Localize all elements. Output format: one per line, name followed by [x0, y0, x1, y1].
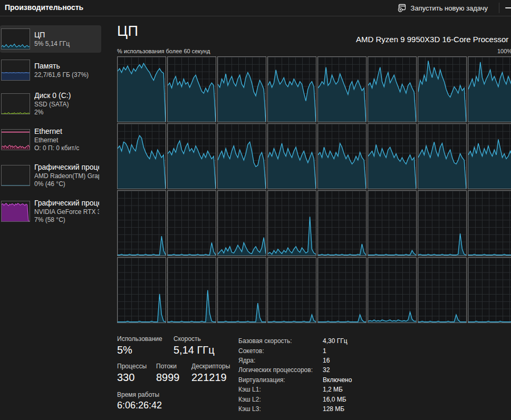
detail-label-5: Кэш L1: — [238, 386, 323, 393]
topbar-divider — [499, 3, 499, 13]
cpu-details-block: Базовая скорость:4,30 ГГцСокетов:1Ядра:1… — [238, 336, 352, 414]
cpu-core-graph-5 — [368, 56, 417, 122]
cpu-core-graph-27 — [267, 257, 316, 323]
gpu-amd-subline-0: AMD Radeon(TM) Graphics — [34, 172, 99, 180]
cpu-core-graph-0 — [117, 56, 166, 122]
memory-subline-0: 22,7/61,6 ГБ (37%) — [34, 71, 99, 79]
detail-row-1: Сокетов:1 — [238, 346, 352, 355]
detail-row-4: Виртуализация:Включено — [238, 375, 352, 385]
speed-value: 5,14 ГГц — [173, 344, 215, 356]
gpu-nvidia-subline-0: NVIDIA GeForce RTX 3060 — [34, 208, 99, 216]
cpu-core-graph-20 — [317, 190, 367, 256]
sidebar-item-memory[interactable]: Память22,7/61,6 ГБ (37%) — [0, 56, 101, 84]
ethernet-subline-1: О: 0 П: 0 кбит/с — [34, 144, 99, 152]
threads-label: Потоки — [156, 363, 180, 370]
gpu-nvidia-labels: Графический процессорNVIDIA GeForce RTX … — [34, 198, 99, 224]
usage-value: 5% — [117, 344, 162, 356]
threads-stat: Потоки 8999 — [156, 363, 180, 384]
speed-label: Скорость — [173, 335, 215, 343]
detail-row-7: Кэш L3:128 МБ — [238, 404, 352, 414]
cpu-title: ЦП — [34, 30, 99, 40]
disk-subline-1: 2% — [34, 109, 99, 116]
top-bar: Производительность Запустить новую задач… — [0, 0, 511, 16]
detail-label-0: Базовая скорость: — [238, 337, 323, 345]
gpu-nvidia-thumbnail-graph — [1, 201, 30, 222]
detail-value-7: 128 МБ — [323, 405, 352, 413]
ethernet-title: Ethernet — [34, 126, 99, 136]
detail-row-2: Ядра:16 — [238, 356, 352, 365]
memory-title: Память — [34, 61, 99, 71]
detail-label-1: Сокетов: — [238, 347, 323, 355]
cpu-model-name: AMD Ryzen 9 9950X3D 16-Core Processor — [356, 35, 508, 44]
detail-value-4: Включено — [323, 376, 352, 384]
cpu-core-graph-2 — [217, 56, 266, 122]
cpu-core-graph-15 — [468, 123, 511, 189]
uptime-stat: Время работы 6:06:26:42 — [117, 391, 162, 411]
usage-stat: Использование 5% — [117, 335, 162, 356]
cpu-core-graph-1 — [167, 56, 216, 122]
cpu-core-graph-26 — [217, 257, 266, 323]
processes-stat: Процессы 330 — [117, 363, 147, 384]
detail-row-0: Базовая скорость:4,30 ГГц — [238, 336, 352, 346]
gpu-amd-title: Графический процессор — [34, 162, 99, 172]
sidebar-item-cpu[interactable]: ЦП5% 5,14 ГГц — [0, 25, 101, 53]
ethernet-subline-0: Ethernet — [34, 136, 99, 144]
ethernet-thumbnail-graph — [1, 129, 30, 150]
cpu-core-graph-19 — [267, 190, 316, 256]
gpu-nvidia-title: Графический процессор — [34, 198, 99, 208]
logical-processors-grid — [117, 56, 511, 323]
performance-sidebar: ЦП5% 5,14 ГГцПамять22,7/61,6 ГБ (37%)Дис… — [0, 16, 111, 420]
cpu-core-graph-31 — [468, 257, 511, 323]
ethernet-labels: EthernetEthernetО: 0 П: 0 кбит/с — [34, 126, 99, 152]
uptime-value: 6:06:26:42 — [117, 400, 162, 411]
cpu-core-graph-4 — [317, 56, 367, 122]
cpu-core-graph-11 — [267, 123, 316, 189]
processes-value: 330 — [117, 372, 147, 384]
cpu-core-graph-10 — [217, 123, 266, 189]
cpu-core-graph-28 — [317, 257, 367, 323]
cpu-core-graph-23 — [468, 190, 511, 256]
gpu-amd-thumbnail-graph — [1, 165, 30, 186]
cpu-labels: ЦП5% 5,14 ГГц — [34, 30, 99, 48]
cpu-thumbnail-graph — [1, 28, 30, 50]
detail-value-2: 16 — [323, 357, 352, 364]
cpu-subline-0: 5% 5,14 ГГц — [34, 40, 99, 48]
sidebar-item-gpu-nvidia[interactable]: Графический процессорNVIDIA GeForce RTX … — [0, 195, 101, 227]
detail-value-0: 4,30 ГГц — [323, 337, 352, 345]
cpu-core-graph-13 — [368, 123, 417, 189]
cpu-core-graph-14 — [418, 123, 467, 189]
utilization-axis-label: % использования более 60 секунд — [117, 48, 210, 54]
more-menu-icon[interactable] — [505, 7, 511, 8]
cpu-core-graph-16 — [117, 190, 166, 256]
detail-label-2: Ядра: — [238, 357, 323, 364]
cpu-core-graph-8 — [117, 123, 166, 189]
detail-row-6: Кэш L2:16,0 МБ — [238, 394, 352, 404]
memory-thumbnail-graph — [1, 60, 30, 81]
scale-100-label: 100% — [497, 48, 511, 54]
speed-stat: Скорость 5,14 ГГц — [173, 335, 215, 356]
cpu-core-graph-25 — [167, 257, 216, 323]
run-new-task-button[interactable]: Запустить новую задачу — [392, 1, 493, 15]
detail-value-3: 32 — [323, 366, 352, 374]
disk-labels: Диск 0 (C:)SSD (SATA)2% — [34, 91, 99, 116]
handles-label: Дескрипторы — [191, 363, 230, 370]
sidebar-item-gpu-amd[interactable]: Графический процессорAMD Radeon(TM) Grap… — [0, 159, 101, 191]
gpu-nvidia-subline-1: 7% (58 °C) — [34, 216, 99, 224]
detail-row-5: Кэш L1:1,2 МБ — [238, 385, 352, 394]
cpu-core-graph-24 — [117, 257, 166, 323]
cpu-core-graph-18 — [217, 190, 266, 256]
processes-label: Процессы — [117, 363, 147, 370]
run-new-task-label: Запустить новую задачу — [411, 4, 488, 12]
gpu-amd-labels: Графический процессорAMD Radeon(TM) Grap… — [34, 162, 99, 188]
detail-label-7: Кэш L3: — [238, 405, 323, 413]
cpu-core-graph-3 — [267, 56, 316, 122]
cpu-stats-block: Использование 5% Скорость 5,14 ГГц Проце… — [117, 335, 236, 419]
uptime-label: Время работы — [117, 391, 162, 398]
new-task-icon — [398, 4, 407, 12]
sidebar-item-ethernet[interactable]: EthernetEthernetО: 0 П: 0 кбит/с — [0, 123, 101, 155]
handles-value: 221219 — [191, 372, 230, 384]
sidebar-item-disk[interactable]: Диск 0 (C:)SSD (SATA)2% — [0, 87, 101, 120]
detail-value-6: 16,0 МБ — [323, 396, 352, 403]
disk-title: Диск 0 (C:) — [34, 91, 99, 101]
detail-value-5: 1,2 МБ — [323, 386, 352, 393]
